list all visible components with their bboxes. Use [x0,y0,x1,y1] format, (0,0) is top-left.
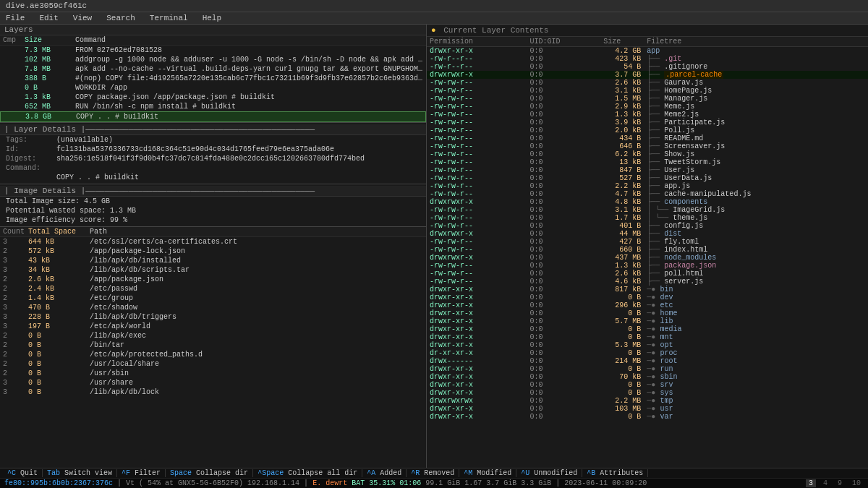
file-uid-gid: 0:0 [527,134,601,142]
table-row[interactable]: -rw-rw-r--0:0434 B├── README.md [427,134,868,142]
eff-path: /etc/shadow [90,304,423,312]
layer-row[interactable]: 7.3 MBFROM 027e62ed7081528 [0,46,426,55]
file-permission: -rw-rw-r-- [427,150,527,158]
table-row[interactable]: -rw-rw-r--0:02.2 kB├── app.js [427,182,868,190]
eff-total: 0 B [28,360,90,368]
menu-item-file[interactable]: File [3,14,27,22]
table-row[interactable]: -rw-rw-r--0:04.7 kB├── cache-manipulated… [427,190,868,198]
table-row[interactable]: -rw-rw-r--0:03.1 kB│ └── ImageGrid.js [427,206,868,214]
file-uid-gid: 0:0 [527,127,601,134]
table-row[interactable]: -rw-rw-r--0:02.6 kB├── poll.html [427,270,868,278]
statusbar-item[interactable]: ^C Quit [3,469,43,477]
table-row[interactable]: drwxr-xr-x0:00 B─● srv [427,381,868,389]
table-row[interactable]: -rw-rw-r--0:0401 B├── config.js [427,222,868,230]
table-row[interactable]: drwxrwxr-x0:0437 MB├── node_modules [427,254,868,262]
file-uid-gid: 0:0 [527,309,601,317]
table-row[interactable]: drwxrwxr-x0:03.7 GB├── .parcel-cache [427,71,868,79]
file-uid-gid: 0:0 [527,111,601,119]
layer-row[interactable]: 7.8 MBapk add --no-cache --virtual .buil… [0,64,426,74]
file-tree-item: app [644,47,868,56]
table-row[interactable]: -rw-rw-r--0:0660 B├── index.html [427,246,868,254]
table-row[interactable]: drwx------0:0214 MB─● root [427,357,868,365]
table-row[interactable]: drwxr-xr-x0:00 B─● var [427,413,868,421]
file-size: 0 B [600,389,644,397]
file-permission: -rw-rw-r-- [427,103,527,111]
file-size: 214 MB [600,357,644,365]
table-row[interactable]: drwxr-xr-x0:0103 MB─● usr [427,405,868,413]
table-row[interactable]: -rw-rw-r--0:06.2 kB├── Show.js [427,150,868,158]
table-row[interactable]: drwxr-xr-x0:04.2 GBapp [427,47,868,56]
statusbar-item[interactable]: Tab Switch view [43,469,117,477]
table-row[interactable]: drwxr-xr-x0:00 B─● media [427,325,868,333]
image-details-section: | Image Details |———————————————————————… [0,184,426,227]
table-row[interactable]: drwxr-xr-x0:00 B─● sys [427,389,868,397]
file-tree-item: ├── .parcel-cache [644,71,868,79]
file-size: 0 B [600,381,644,389]
eff-count: 2 [3,247,28,255]
layer-row[interactable]: 3.8 GBCOPY . . # buildkit [0,111,426,122]
table-row[interactable]: drwxr-xr-x0:0817 kB─● bin [427,286,868,294]
menu-item-help[interactable]: Help [200,14,224,22]
file-uid-gid: 0:0 [527,294,601,301]
table-row[interactable]: -rw-rw-r--0:01.3 kB├── package.json [427,262,868,270]
table-row[interactable]: drwxr-xr-x0:05.3 MB─● opt [427,341,868,349]
eff-count: 2 [3,351,28,359]
statusbar-item[interactable]: ^A Added [362,469,407,477]
table-row[interactable]: -rw-rw-r--0:02.0 kB├── Poll.js [427,127,868,134]
table-row[interactable]: drwxrwxrwx0:02.2 MB─● tmp [427,397,868,405]
layers-col-cmp: Cmp [3,36,25,44]
table-row[interactable]: -rw-rw-r--0:0427 B├── fly.toml [427,238,868,246]
table-row[interactable]: drwxr-xr-x0:00 B─● run [427,365,868,373]
table-row[interactable]: -rw-rw-r--0:03.9 kB├── Participate.js [427,119,868,127]
layer-row[interactable]: 652 MBRUN /bin/sh -c npm install # build… [0,102,426,111]
file-size: 2.0 kB [600,127,644,134]
table-row[interactable]: -rw-rw-r--0:01.7 kB│ └── theme.js [427,214,868,222]
table-row[interactable]: drwxr-xr-x0:070 kB─● sbin [427,373,868,381]
menu-item-search[interactable]: Search [103,14,138,22]
table-row[interactable]: -rw-rw-r--0:0646 B├── Screensaver.js [427,142,868,150]
statusbar-item[interactable]: ^U Unmodified [516,469,582,477]
layer-row[interactable]: 0 BWORKDIR /app [0,83,426,93]
file-uid-gid: 0:0 [527,206,601,214]
statusbar-item[interactable]: ^B Attributes [582,469,648,477]
statusbar-item[interactable]: ^R Removed [407,469,459,477]
layer-row[interactable]: 102 MBaddgroup -g 1000 node && adduser -… [0,55,426,64]
table-row[interactable]: -rw-rw-r--0:0527 B├── UserData.js [427,174,868,182]
efficiency-list: 3644 kB/etc/ssl/certs/ca-certificates.cr… [0,237,426,397]
statusbar-item[interactable]: ^Space Collapse all dir [253,469,362,477]
infobar: fe80::995b:6b0b:2367:376c | Vt ( 54% at … [0,478,868,488]
table-row[interactable]: drwxr-xr-x0:0296 kB─● etc [427,301,868,309]
table-row[interactable]: -rw-r--r--0:054 B├── .gitignore [427,63,868,71]
efficiency-row: 20 B/etc/apk/protected_paths.d [0,350,426,359]
table-row[interactable]: drwxr-xr-x0:00 B─● home [427,309,868,317]
table-row[interactable]: drwxrwxr-x0:04.8 kB├── components [427,198,868,206]
table-row[interactable]: drwxr-xr-x0:00 B─● mnt [427,333,868,341]
layer-cmd: COPY package.json /app/package.json # bu… [75,93,423,101]
menu-item-terminal[interactable]: Terminal [147,14,191,22]
table-row[interactable]: -rw-rw-r--0:02.9 kB├── Meme.js [427,103,868,111]
table-row[interactable]: drwxr-xr-x0:00 B─● dev [427,294,868,301]
statusbar-key: ^C [7,469,16,477]
table-row[interactable]: drwxrwxr-x0:044 MB├── dist [427,230,868,238]
table-row[interactable]: -rw-r--r--0:0423 kB├── .git [427,55,868,63]
file-permission: -rw-rw-r-- [427,79,527,87]
layer-row[interactable]: 1.3 kBCOPY package.json /app/package.jso… [0,93,426,102]
statusbar-item[interactable]: ^F Filter [117,469,166,477]
statusbar-item[interactable]: Space Collapse dir [166,469,253,477]
table-row[interactable]: -rw-rw-r--0:02.6 kB├── Gaurav.js [427,79,868,87]
menu-item-edit[interactable]: Edit [36,14,61,22]
table-row[interactable]: -rw-rw-r--0:01.3 kB├── Meme2.js [427,111,868,119]
table-row[interactable]: -rw-rw-r--0:04.6 kB├── server.js [427,278,868,286]
table-row[interactable]: -rw-rw-r--0:03.1 kB├── HomePage.js [427,87,868,95]
table-row[interactable]: -rw-rw-r--0:01.5 MB├── Manager.js [427,95,868,103]
table-row[interactable]: -rw-rw-r--0:0847 B├── User.js [427,166,868,174]
table-row[interactable]: -rw-rw-r--0:013 kB├── TweetStorm.js [427,158,868,166]
image-efficiency: Image efficiency score: 99 % [0,215,426,225]
menu-item-view[interactable]: View [70,14,95,22]
file-permission: -rw-rw-r-- [427,158,527,166]
table-row[interactable]: dr-xr-xr-x0:00 B─● proc [427,349,868,357]
statusbar-item[interactable]: ^M Modified [459,469,516,477]
eff-count: 3 [3,313,28,321]
table-row[interactable]: drwxr-xr-x0:05.7 MB─● lib [427,317,868,325]
layer-row[interactable]: 388 B#(nop) COPY file:4d192565a7220e135c… [0,74,426,83]
